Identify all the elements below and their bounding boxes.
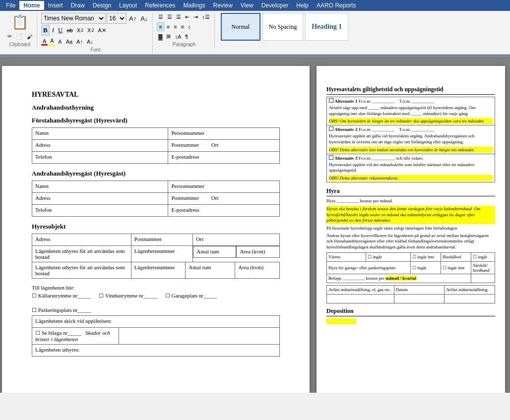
- bullets-button[interactable]: ☰: [157, 13, 165, 21]
- table-cell: Lägenhetens skick vid upplåtelsen:: [32, 316, 280, 328]
- justify-button[interactable]: ≡: [180, 23, 186, 31]
- menu-aaro[interactable]: AARO Reports: [313, 1, 360, 10]
- align-left-button[interactable]: ≡: [157, 22, 164, 31]
- align-right-button[interactable]: ≡: [172, 23, 178, 31]
- menu-review[interactable]: Review: [209, 1, 237, 10]
- table1: Namn Personnummer Adress Postnummer Ort …: [32, 127, 280, 164]
- text-effects-button[interactable]: A: [57, 38, 64, 46]
- grow-font-button[interactable]: A↑: [128, 14, 138, 23]
- menu-mailings[interactable]: Mailings: [179, 1, 209, 10]
- underline-button[interactable]: U: [57, 25, 64, 35]
- cut-button[interactable]: ✂: [6, 32, 13, 41]
- menu-view[interactable]: View: [237, 1, 257, 10]
- format-painter-button[interactable]: 🖌: [25, 32, 34, 41]
- superscript-button[interactable]: X2: [86, 26, 95, 34]
- decrease-indent-button[interactable]: ⇤: [184, 13, 191, 21]
- subscript-button[interactable]: X2: [75, 26, 85, 34]
- table-cell: Särskilt/bredband: [471, 261, 495, 274]
- table-cell: Värme: [327, 252, 366, 261]
- italic-button[interactable]: I: [51, 25, 56, 35]
- line-spacing2-button[interactable]: ↕: [187, 23, 192, 31]
- table-cell: Lägenheten uthyres:: [32, 345, 280, 357]
- clipboard-content: 📋 ✂ 📄 🖌: [6, 13, 34, 41]
- shading-button[interactable]: ▓: [157, 33, 164, 41]
- menu-bar: File Home Insert Draw Design Layout Refe…: [0, 0, 510, 11]
- right-main-title: Hyresavtalets giltighetstid och uppsägni…: [326, 86, 495, 95]
- highlight-button[interactable]: A: [49, 37, 55, 46]
- table-cell: [119, 328, 279, 345]
- menu-help[interactable]: Help: [292, 1, 313, 10]
- font-size-select[interactable]: 16: [107, 13, 127, 24]
- table-cell: Adress: [32, 140, 168, 152]
- shrink-font-button[interactable]: A↓: [139, 14, 149, 23]
- ribbon: File Home Insert Draw Design Layout Refe…: [0, 0, 510, 56]
- alt2-text: Hyresavtalet upphör att gälla vid hyrest…: [329, 133, 493, 145]
- font-name-select[interactable]: Times New Roman: [41, 13, 106, 24]
- menu-home[interactable]: Home: [19, 1, 44, 10]
- table-row: [327, 294, 495, 303]
- font-color-button[interactable]: A: [41, 37, 48, 46]
- menu-insert[interactable]: Insert: [44, 1, 67, 10]
- sort-button[interactable]: ↕A: [173, 33, 183, 41]
- show-marks-button[interactable]: ¶: [184, 33, 190, 41]
- line-spacing-button[interactable]: ↕☰: [200, 13, 211, 21]
- menu-references[interactable]: References: [141, 1, 179, 10]
- bold-button[interactable]: B: [41, 25, 50, 36]
- change-case-button[interactable]: Aa: [64, 38, 74, 46]
- document-container: HYRESAVTAL Andrahandsuthyrning Förstahan…: [0, 56, 510, 393]
- menu-draw[interactable]: Draw: [67, 1, 89, 10]
- paste-button[interactable]: 📋: [8, 13, 32, 31]
- alt3-checkbox[interactable]: [329, 155, 333, 160]
- table-cell: ☐ ingår: [471, 252, 495, 261]
- alt3-row: Alternativ 3 Fr.o.m. __________ och till…: [329, 155, 493, 161]
- table-cell: [394, 294, 445, 303]
- style-no-spacing[interactable]: No Spacing: [262, 13, 303, 41]
- alt3-label: Alternativ 3: [334, 156, 357, 161]
- align-center-button[interactable]: ≡: [165, 23, 171, 31]
- table-cell: Postnummer: [131, 234, 193, 246]
- style-normal[interactable]: Normal: [221, 13, 260, 41]
- table-cell: Telefon: [32, 205, 168, 217]
- alt1-dates: Fr.o.m. __________ T.o.m. __________: [359, 99, 434, 104]
- font-row1: Times New Roman 16 A↑ A↓: [41, 13, 149, 24]
- menu-design[interactable]: Design: [89, 1, 115, 10]
- table-cell: Adress: [32, 193, 168, 205]
- table-row: Adress Postnummer Ort: [32, 140, 280, 152]
- style-heading[interactable]: Heading 1: [305, 13, 348, 41]
- multilevel-button[interactable]: ☰: [175, 13, 183, 21]
- table-cell: Adress: [32, 234, 131, 246]
- copy-button[interactable]: 📄: [14, 32, 24, 41]
- alt2-dates: Fr.o.m. __________ T.o.m. __________: [359, 127, 434, 132]
- table-cell: Antal rum: [186, 262, 235, 279]
- shrink2[interactable]: A↓: [85, 38, 95, 46]
- menu-developer[interactable]: Developer: [257, 1, 293, 10]
- alt2-checkbox[interactable]: [329, 126, 333, 131]
- table-cell: ☐ ingår inte: [441, 261, 471, 274]
- menu-file[interactable]: File: [2, 1, 19, 10]
- table3: Adress Postnummer Ort Lägenheten uthyres…: [32, 234, 280, 262]
- alt1-label: Alternativ 1: [334, 99, 357, 104]
- doc-title: HYRESAVTAL: [32, 91, 280, 99]
- grow-shrink2[interactable]: A↑: [75, 38, 84, 46]
- alt1-checkbox[interactable]: [329, 98, 333, 103]
- table-row: Värme ☐ ingår ☐ ingår inte Hushållsel ☐ …: [327, 252, 495, 261]
- table3b: Lägenheten uthyres för att användas som …: [32, 262, 280, 279]
- increase-indent-button[interactable]: ⇥: [192, 13, 199, 21]
- table-cell: Avläst mätarinställning: [445, 285, 495, 294]
- borders-button[interactable]: ⊞: [165, 32, 172, 41]
- table-cell: Hyra för garage- eller parkeringsplats: [327, 261, 411, 274]
- numbering-button[interactable]: ☰: [166, 13, 174, 21]
- table-row: Avläst mätarinställning, el, gas etc. Da…: [327, 285, 495, 294]
- styles-group: Normal No Spacing Heading 1 Paragraph: [216, 13, 351, 48]
- table-cell: Personnummer: [168, 128, 280, 140]
- alt2-label: Alternativ 2: [334, 127, 357, 132]
- table-cell: Postnummer Ort: [168, 193, 280, 205]
- alt2-row: Alternativ 2 Fr.o.m. __________ T.o.m. _…: [329, 126, 493, 132]
- strikethrough-button[interactable]: ab: [65, 26, 74, 34]
- table-cell: Area (kvm): [235, 262, 280, 279]
- table-row: Belopp __________ kronor per månad / kva…: [327, 274, 495, 283]
- table-cell: Namn: [32, 181, 168, 193]
- menu-layout[interactable]: Layout: [115, 1, 141, 10]
- clear-format-button[interactable]: A✕: [97, 26, 108, 35]
- left-page: HYRESAVTAL Andrahandsuthyrning Förstahan…: [2, 66, 310, 393]
